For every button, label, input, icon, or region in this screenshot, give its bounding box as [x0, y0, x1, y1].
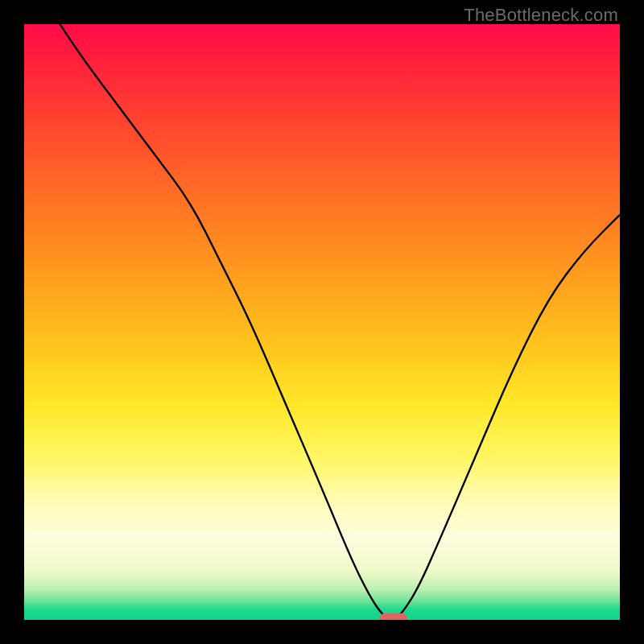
chart-frame: TheBottleneck.com	[0, 0, 644, 644]
optimum-marker	[380, 613, 407, 620]
bottleneck-curve	[60, 24, 620, 619]
watermark-text: TheBottleneck.com	[464, 5, 618, 26]
curve-layer	[24, 24, 620, 620]
plot-area	[24, 24, 620, 620]
